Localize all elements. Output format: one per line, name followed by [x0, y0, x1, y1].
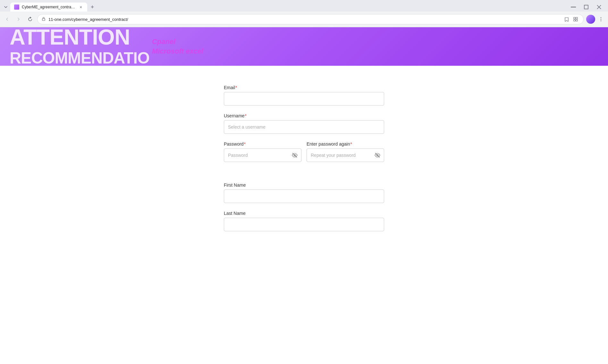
confirm-password-field[interactable]	[307, 148, 384, 162]
svg-line-13	[292, 153, 297, 157]
svg-point-11	[601, 21, 601, 21]
hero-banner: ATTENTION RECOMMENDATIO Cpanel Microsoft…	[0, 27, 608, 66]
active-tab[interactable]: CyberME_agreement_contract - ✕	[10, 3, 87, 12]
svg-rect-6	[576, 17, 578, 19]
refresh-button[interactable]	[26, 15, 35, 24]
last-name-field[interactable]	[224, 218, 384, 231]
username-label: Username*	[224, 113, 384, 118]
menu-button[interactable]	[596, 15, 605, 24]
email-field[interactable]	[224, 92, 384, 106]
minimize-button[interactable]	[570, 3, 577, 11]
username-field[interactable]	[224, 120, 384, 134]
svg-rect-1	[584, 5, 588, 9]
avatar-image	[586, 15, 595, 24]
window-controls	[570, 3, 605, 11]
svg-line-15	[375, 153, 380, 157]
password-label: Password*	[224, 141, 301, 147]
back-button[interactable]	[3, 15, 12, 24]
svg-rect-8	[576, 20, 578, 21]
url-bar[interactable]: 11-one.com/cyberme_agreement_contract/	[37, 14, 584, 24]
hero-side-item-1: Cpanel	[152, 38, 203, 46]
confirm-password-toggle-icon[interactable]	[375, 152, 380, 158]
first-name-group: First Name	[224, 182, 384, 203]
page-content: ATTENTION RECOMMENDATIO Cpanel Microsoft…	[0, 27, 608, 364]
browser-actions	[586, 15, 605, 24]
browser-chrome: CyberME_agreement_contract - ✕ +	[0, 0, 608, 27]
bookmark-button[interactable]	[563, 15, 570, 23]
svg-rect-5	[574, 17, 575, 19]
password-group: Password*	[224, 141, 301, 162]
hero-side-text: Cpanel Microsoft excel	[152, 38, 203, 55]
profile-button[interactable]	[586, 15, 595, 24]
url-text: 11-one.com/cyberme_agreement_contract/	[48, 17, 560, 22]
security-icon	[41, 17, 46, 22]
tab-close-button[interactable]: ✕	[78, 4, 83, 10]
email-group: Email*	[224, 85, 384, 106]
confirm-password-input-wrapper	[307, 148, 384, 162]
svg-point-9	[601, 17, 601, 18]
tab-dropdown-button[interactable]	[3, 4, 9, 10]
email-label: Email*	[224, 85, 384, 90]
confirm-password-label: Enter password again*	[307, 141, 384, 147]
password-row: Password*	[224, 141, 384, 170]
forward-button[interactable]	[14, 15, 23, 24]
password-toggle-icon[interactable]	[292, 152, 298, 158]
last-name-group: Last Name	[224, 211, 384, 231]
avatar[interactable]	[586, 15, 595, 24]
maximize-button[interactable]	[582, 3, 590, 11]
hero-recommendation: RECOMMENDATIO	[10, 49, 149, 66]
svg-rect-0	[571, 7, 576, 7]
password-input-wrapper	[224, 148, 301, 162]
svg-rect-4	[42, 19, 45, 21]
hero-side-item-2: Microsoft excel	[152, 47, 203, 55]
close-window-button[interactable]	[595, 3, 603, 11]
svg-rect-7	[574, 20, 575, 21]
tab-favicon	[14, 4, 19, 10]
hero-title-large: ATTENTION	[10, 27, 143, 49]
url-actions	[563, 15, 579, 23]
form-spacer	[224, 170, 384, 182]
confirm-password-group: Enter password again*	[307, 141, 384, 162]
new-tab-button[interactable]: +	[89, 3, 96, 11]
tab-title: CyberME_agreement_contract -	[22, 5, 76, 9]
first-name-label: First Name	[224, 182, 384, 188]
svg-point-10	[601, 19, 601, 20]
username-group: Username*	[224, 113, 384, 134]
extensions-button[interactable]	[572, 15, 579, 23]
password-field[interactable]	[224, 148, 301, 162]
form-container: Email* Username* Password*	[224, 85, 384, 239]
first-name-field[interactable]	[224, 190, 384, 203]
form-section: Email* Username* Password*	[0, 66, 608, 258]
last-name-label: Last Name	[224, 211, 384, 216]
tab-bar: CyberME_agreement_contract - ✕ +	[0, 0, 608, 12]
address-bar: 11-one.com/cyberme_agreement_contract/	[0, 12, 608, 27]
